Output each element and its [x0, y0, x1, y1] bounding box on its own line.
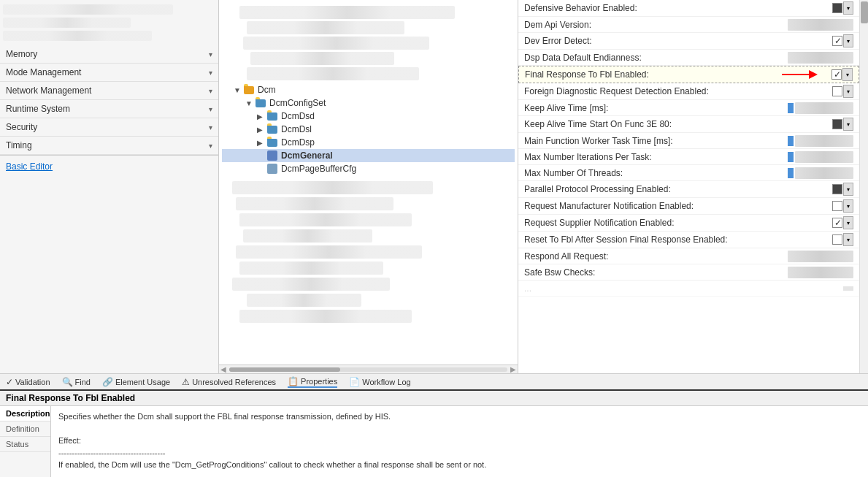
detail-content: Description Definition Status Specifies … [0, 406, 868, 477]
toolbar-validation[interactable]: ✓ Validation [6, 377, 50, 387]
dropdown-defensive-btn[interactable]: ▾ [843, 1, 853, 15]
validation-icon: ✓ [6, 377, 13, 387]
indicator-keep-alive [788, 103, 794, 113]
input-respond-all[interactable] [788, 251, 853, 262]
dropdown-req-manufacturer-btn[interactable]: ▾ [843, 199, 853, 213]
properties-panel: Defensive Behavior Enabled: ▾ Dem Api Ve… [518, 0, 859, 373]
dcmdsd-folder-icon [267, 111, 279, 121]
detail-tab-status[interactable]: Status [0, 437, 50, 452]
vscrollbar-thumb[interactable] [861, 1, 868, 23]
sidebar-item-mode-management[interactable]: Mode Management ▾ [0, 64, 218, 82]
dcmdsd-toggle-icon[interactable]: ▶ [257, 112, 267, 121]
dropdown-dev-error-btn[interactable]: ▾ [843, 34, 853, 47]
checkbox-foreign-icon[interactable] [832, 86, 842, 96]
indicator-max-iter [788, 152, 794, 162]
top-area: Memory ▾ Mode Management ▾ Network Manag… [0, 0, 868, 373]
main-container: Memory ▾ Mode Management ▾ Network Manag… [0, 0, 868, 477]
checkbox-keep-alive-start-icon[interactable] [832, 119, 842, 129]
basic-editor-link[interactable]: Basic Editor [6, 161, 53, 172]
dcmdsl-toggle-icon[interactable]: ▶ [257, 126, 267, 134]
prop-row-main-function: Main Function Worker Task Time [ms]: [518, 133, 859, 149]
workflow-log-icon: 📄 [349, 377, 360, 387]
dcmdsp-toggle-icon[interactable]: ▶ [257, 139, 267, 147]
sidebar-item-memory[interactable]: Memory ▾ [0, 45, 218, 64]
detail-tab-description[interactable]: Description [0, 406, 50, 421]
timing-arrow-icon: ▾ [209, 142, 212, 150]
input-safe-bsw[interactable] [788, 267, 853, 278]
input-main-func[interactable] [795, 135, 853, 147]
detail-header: Final Response To Fbl Enabled [0, 391, 868, 406]
input-max-iter[interactable] [795, 151, 853, 163]
hscrollbar-thumb [229, 367, 340, 372]
prop-row-request-supplier: Request Supplier Notification Enabled: ✓… [518, 215, 859, 232]
prop-row-respond-all: Respond All Request: [518, 248, 859, 264]
tree-panel: ▼ Dcm ▼ DcmConfigSet [219, 0, 518, 373]
detail-tab-definition[interactable]: Definition [0, 421, 50, 437]
toolbar-find[interactable]: 🔍 Find [62, 377, 91, 387]
security-arrow-icon: ▾ [209, 123, 212, 131]
tree-node-dcmconfigset[interactable]: ▼ DcmConfigSet [222, 96, 515, 110]
dropdown-keep-alive-start-btn[interactable]: ▾ [843, 118, 853, 131]
checkbox-dev-error-icon[interactable]: ✓ [832, 36, 842, 46]
sidebar-item-security[interactable]: Security ▾ [0, 118, 218, 137]
properties-area: Defensive Behavior Enabled: ▾ Dem Api Ve… [518, 0, 868, 373]
prop-row-request-manufacturer: Request Manufacturer Notification Enable… [518, 198, 859, 215]
toolbar-workflow-log[interactable]: 📄 Workflow Log [349, 377, 410, 387]
input-dsp-data[interactable] [788, 52, 853, 64]
dropdown-foreign-btn[interactable]: ▾ [843, 85, 853, 98]
toolbar-unresolved-refs[interactable]: ⚠ Unresolved References [182, 377, 276, 387]
checkbox-req-supplier-icon[interactable]: ✓ [832, 218, 842, 228]
tree-node-dcmdsl[interactable]: ▶ DcmDsl [222, 123, 515, 136]
red-arrow-indicator [778, 68, 822, 81]
sidebar-item-timing[interactable]: Timing ▾ [0, 137, 218, 155]
properties-vscrollbar[interactable] [859, 0, 868, 373]
mode-arrow-icon: ▾ [209, 69, 212, 77]
unresolved-refs-icon: ⚠ [182, 377, 190, 387]
scroll-left-icon[interactable]: ◀ [220, 365, 226, 373]
tree-node-dcmdsp[interactable]: ▶ DcmDsp [222, 136, 515, 149]
prop-row-foreign-diagnostic: Foreign Diagnostic Request Detection Ena… [518, 83, 859, 100]
tree-node-dcmgeneral[interactable]: ▶ DcmGeneral [222, 149, 515, 162]
checkbox-defensive-icon[interactable] [832, 3, 842, 13]
tree-node-dcmpagebuffercfg[interactable]: ▶ DcmPageBufferCfg [222, 162, 515, 175]
checkbox-parallel-icon[interactable] [832, 184, 842, 194]
toolbar-properties[interactable]: 📋 Properties [288, 376, 337, 388]
scroll-right-icon[interactable]: ▶ [510, 365, 516, 373]
sidebar: Memory ▾ Mode Management ▾ Network Manag… [0, 0, 219, 373]
input-keep-alive[interactable] [795, 102, 853, 114]
dcmpagebuffercfg-file-icon [267, 164, 279, 174]
prop-row-dem-api: Dem Api Version: [518, 17, 859, 33]
detail-sidebar: Description Definition Status [0, 406, 51, 477]
tree-content: ▼ Dcm ▼ DcmConfigSet [219, 0, 518, 365]
prop-row-parallel-protocol: Parallel Protocol Processing Enabled: ▾ [518, 181, 859, 198]
partial-row-indicator [843, 286, 853, 291]
prop-row-safe-bsw: Safe Bsw Checks: [518, 264, 859, 281]
input-dem-api[interactable] [788, 19, 853, 31]
tree-node-dcmdsd[interactable]: ▶ DcmDsd [222, 110, 515, 123]
dropdown-parallel-btn[interactable]: ▾ [843, 183, 853, 196]
checkbox-final-response-icon[interactable]: ✓ [831, 69, 842, 80]
prop-row-max-threads: Max Number Of Threads: [518, 165, 859, 181]
indicator-main-func [788, 136, 794, 146]
prop-row-partial: ... [518, 281, 859, 297]
dropdown-final-response-btn[interactable]: ▾ [842, 68, 853, 81]
bottom-toolbar: ✓ Validation 🔍 Find 🔗 Element Usage ⚠ Un… [0, 373, 868, 389]
toolbar-element-usage[interactable]: 🔗 Element Usage [102, 377, 170, 387]
configset-folder-icon [256, 98, 267, 108]
prop-row-keep-alive: Keep Alive Time [ms]: [518, 100, 859, 116]
tree-hscrollbar[interactable]: ◀ ▶ [219, 365, 518, 373]
checkbox-req-manufacturer-icon[interactable] [832, 201, 842, 211]
dropdown-reset-fbl-btn[interactable]: ▾ [843, 233, 853, 246]
properties-icon: 📋 [288, 376, 299, 386]
find-icon: 🔍 [62, 377, 73, 387]
tree-node-dcm[interactable]: ▼ Dcm [222, 83, 515, 96]
sidebar-item-network-management[interactable]: Network Management ▾ [0, 82, 218, 100]
configset-toggle-icon[interactable]: ▼ [245, 99, 256, 107]
prop-row-dsp-data: Dsp Data Default Endianness: [518, 50, 859, 66]
dropdown-req-supplier-btn[interactable]: ▾ [843, 216, 853, 229]
checkbox-reset-fbl-icon[interactable] [832, 234, 842, 245]
dcm-toggle-icon[interactable]: ▼ [234, 86, 244, 94]
sidebar-item-runtime-system[interactable]: Runtime System ▾ [0, 100, 218, 118]
input-max-threads[interactable] [795, 167, 853, 179]
dcm-folder-icon [244, 85, 256, 95]
